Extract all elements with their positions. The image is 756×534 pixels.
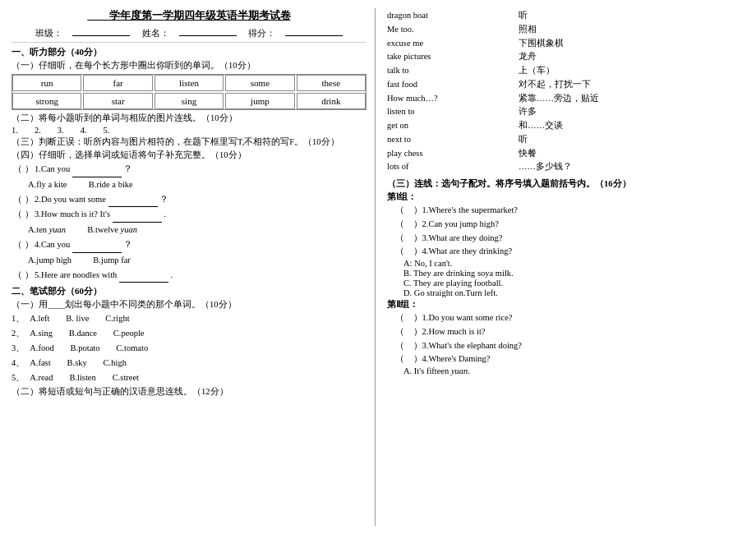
section1-title: 一、听力部分（40分）: [12, 46, 366, 58]
group2: 第Ⅱ组： （ ）1.Do you want some rice? （ ）2.Ho…: [387, 299, 744, 375]
word-cell: listen: [154, 75, 224, 91]
word-cell: star: [83, 93, 152, 109]
group1-label: 第Ⅰ组：: [387, 192, 417, 201]
part3-title: （三）连线：选句子配对。将序号填入题前括号内。（16分）: [387, 178, 744, 190]
vocab-table: dragon boat听 Me too.照相 excuse me下围棋象棋 ta…: [387, 9, 744, 173]
student-info: 班级： 姓名： 得分：: [12, 27, 366, 43]
word-type-items: 1、A.left B. live C.right 2、A.sing B.danc…: [12, 312, 366, 384]
score-label: 得分：: [248, 28, 275, 38]
group2-label: 第Ⅱ组：: [387, 300, 418, 309]
name-label: 姓名：: [142, 28, 169, 38]
word-cell: some: [225, 75, 294, 91]
word-cell: strong: [12, 93, 81, 109]
word-cell: drink: [297, 93, 366, 109]
word-cell: jump: [225, 93, 294, 109]
part2-1-desc: （一）用____划出每小题中不同类的那个单词。（10分）: [12, 299, 366, 311]
word-cell: far: [83, 75, 152, 91]
part4-exercises: （） 1.Can you ？ A.fly a kite B.ride a bik…: [12, 163, 366, 283]
page-title: ____学年度第一学期四年级英语半期考试卷: [12, 8, 366, 23]
section2-title: 二、笔试部分（60分）: [12, 285, 366, 297]
group1: 第Ⅰ组： （ ）1.Where's the supermarket? （ ）2.…: [387, 191, 744, 297]
part3-desc: （三）判断正误：听所内容与图片相符的，在题下框里写T,不相符的写F。（10分）: [12, 136, 366, 148]
word-cell: run: [12, 75, 81, 91]
part2-desc: （二）将每小题听到的单词与相应的图片连线。（10分）: [12, 113, 366, 124]
word-cell: sing: [154, 93, 224, 109]
part2-numbers: 1.2.3.4.5.: [12, 126, 366, 135]
class-label: 班级：: [35, 28, 62, 38]
part4-desc: （四）仔细听，选择单词或短语将句子补充完整。（10分）: [12, 150, 366, 161]
word-cell: these: [297, 75, 366, 91]
part1-desc: （一）仔细听，在每个长方形中圈出你听到的单词。（10分）: [12, 60, 366, 71]
part2-2-desc: （二）将短语或短句与正确的汉语意思连线。（12分）: [12, 386, 366, 398]
word-grid: run far listen some these strong star si…: [12, 74, 366, 110]
